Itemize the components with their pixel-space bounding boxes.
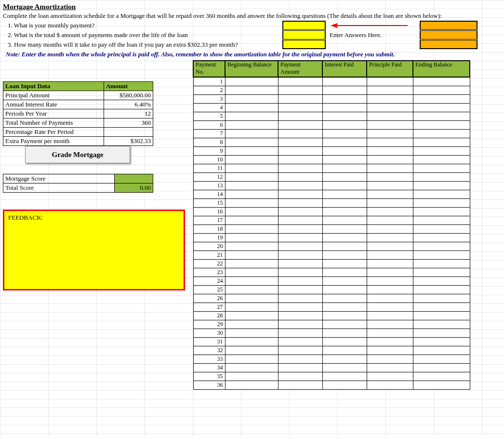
amort-cell[interactable]	[367, 138, 413, 146]
amort-cell[interactable]	[322, 250, 367, 259]
amort-cell[interactable]	[413, 190, 470, 198]
amort-cell[interactable]	[225, 311, 278, 320]
amort-cell[interactable]	[413, 146, 470, 155]
amort-cell[interactable]	[367, 216, 413, 224]
amort-cell[interactable]	[413, 311, 470, 320]
amort-cell[interactable]	[367, 372, 413, 381]
answer-input-3[interactable]	[282, 40, 326, 49]
amort-cell[interactable]	[413, 198, 470, 207]
amort-cell[interactable]	[278, 224, 322, 233]
amort-cell[interactable]	[367, 355, 413, 363]
amort-cell[interactable]	[322, 190, 367, 198]
amort-cell[interactable]	[367, 94, 413, 103]
amort-cell[interactable]	[367, 302, 413, 311]
amort-cell[interactable]	[278, 233, 322, 242]
amort-cell[interactable]	[322, 164, 367, 172]
amort-cell[interactable]	[225, 294, 278, 302]
amort-cell[interactable]	[322, 112, 367, 120]
amort-cell[interactable]	[278, 355, 322, 363]
amort-cell[interactable]	[367, 285, 413, 294]
amort-cell[interactable]	[367, 86, 413, 94]
amort-cell[interactable]	[278, 268, 322, 276]
amort-cell[interactable]	[278, 329, 322, 337]
amort-cell[interactable]	[278, 181, 322, 190]
amort-cell[interactable]	[322, 363, 367, 372]
amort-cell[interactable]	[278, 346, 322, 355]
amort-cell[interactable]	[322, 120, 367, 129]
amort-cell[interactable]	[367, 155, 413, 164]
amort-cell[interactable]	[225, 320, 278, 329]
amort-cell[interactable]	[225, 337, 278, 346]
amort-cell[interactable]	[322, 181, 367, 190]
amort-cell[interactable]	[278, 302, 322, 311]
amort-cell[interactable]	[225, 224, 278, 233]
amort-cell[interactable]	[367, 294, 413, 302]
amort-cell[interactable]	[367, 224, 413, 233]
amort-cell[interactable]	[322, 198, 367, 207]
amort-cell[interactable]	[413, 372, 470, 381]
amort-cell[interactable]	[413, 233, 470, 242]
amort-cell[interactable]	[278, 146, 322, 155]
amort-cell[interactable]	[413, 250, 470, 259]
loan-row-value[interactable]: 360	[104, 118, 153, 128]
loan-row-value[interactable]: 12	[104, 109, 153, 118]
amort-cell[interactable]	[322, 207, 367, 216]
amort-cell[interactable]	[413, 294, 470, 302]
amort-cell[interactable]	[413, 355, 470, 363]
amort-cell[interactable]	[225, 103, 278, 112]
amort-cell[interactable]	[413, 172, 470, 181]
amort-cell[interactable]	[225, 94, 278, 103]
amort-cell[interactable]	[322, 329, 367, 337]
amort-cell[interactable]	[413, 285, 470, 294]
amort-cell[interactable]	[367, 363, 413, 372]
amort-cell[interactable]	[367, 250, 413, 259]
amort-cell[interactable]	[413, 164, 470, 172]
amort-cell[interactable]	[225, 216, 278, 224]
amort-cell[interactable]	[413, 329, 470, 337]
amort-cell[interactable]	[278, 207, 322, 216]
amort-cell[interactable]	[413, 224, 470, 233]
amort-cell[interactable]	[322, 242, 367, 250]
amort-cell[interactable]	[367, 329, 413, 337]
amort-cell[interactable]	[367, 337, 413, 346]
amort-cell[interactable]	[322, 311, 367, 320]
amort-cell[interactable]	[322, 155, 367, 164]
amort-cell[interactable]	[278, 120, 322, 129]
amort-cell[interactable]	[367, 164, 413, 172]
amort-cell[interactable]	[413, 242, 470, 250]
amort-cell[interactable]	[278, 285, 322, 294]
amort-cell[interactable]	[367, 259, 413, 268]
amort-cell[interactable]	[278, 242, 322, 250]
amort-cell[interactable]	[322, 103, 367, 112]
amort-cell[interactable]	[225, 112, 278, 120]
amort-cell[interactable]	[225, 198, 278, 207]
amort-cell[interactable]	[413, 207, 470, 216]
amort-cell[interactable]	[367, 320, 413, 329]
amort-cell[interactable]	[225, 372, 278, 381]
amort-cell[interactable]	[225, 242, 278, 250]
amort-cell[interactable]	[322, 285, 367, 294]
amort-cell[interactable]	[367, 311, 413, 320]
amort-cell[interactable]	[367, 242, 413, 250]
amort-cell[interactable]	[225, 355, 278, 363]
amort-cell[interactable]	[413, 181, 470, 190]
amort-cell[interactable]	[413, 259, 470, 268]
amort-cell[interactable]	[225, 268, 278, 276]
loan-row-value[interactable]: $580,000.00	[104, 91, 153, 100]
amort-cell[interactable]	[367, 77, 413, 86]
amort-cell[interactable]	[413, 129, 470, 138]
amort-cell[interactable]	[367, 268, 413, 276]
amort-cell[interactable]	[278, 259, 322, 268]
amort-cell[interactable]	[322, 381, 367, 389]
amort-cell[interactable]	[225, 302, 278, 311]
amort-cell[interactable]	[278, 276, 322, 285]
amort-cell[interactable]	[413, 276, 470, 285]
amort-cell[interactable]	[225, 190, 278, 198]
amort-cell[interactable]	[278, 311, 322, 320]
grade-mortgage-button[interactable]: Grade Mortgage	[25, 146, 130, 163]
amort-cell[interactable]	[413, 120, 470, 129]
amort-cell[interactable]	[225, 86, 278, 94]
amort-cell[interactable]	[413, 138, 470, 146]
amort-cell[interactable]	[413, 103, 470, 112]
amort-cell[interactable]	[278, 198, 322, 207]
